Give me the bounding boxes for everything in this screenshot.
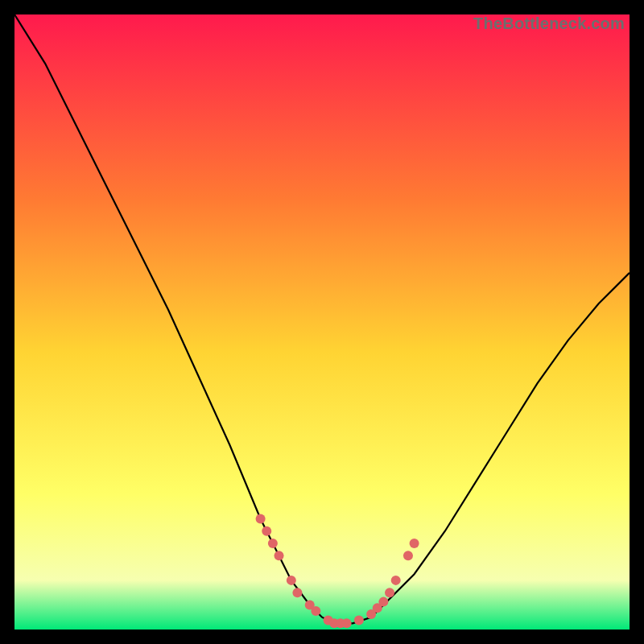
- watermark-text: TheBottleneck.com: [473, 14, 625, 33]
- highlight-dot: [342, 618, 352, 628]
- highlight-dot: [403, 551, 413, 560]
- highlight-dot: [354, 616, 364, 625]
- highlight-dot: [378, 597, 388, 607]
- highlight-dot: [292, 588, 302, 597]
- highlight-dot: [287, 576, 296, 585]
- optimal-range-dots: [256, 514, 419, 628]
- highlight-dot: [391, 576, 401, 585]
- highlight-dot: [268, 539, 278, 548]
- highlight-dot: [410, 539, 419, 548]
- plot-area: TheBottleneck.com: [14, 14, 630, 630]
- highlight-dot: [262, 526, 271, 536]
- curve-layer: [14, 14, 630, 630]
- chart-frame: TheBottleneck.com: [0, 0, 644, 644]
- highlight-dot: [385, 588, 394, 597]
- highlight-dot: [275, 551, 284, 560]
- highlight-dot: [311, 606, 320, 616]
- highlight-dot: [256, 514, 266, 523]
- bottleneck-curve: [14, 14, 630, 623]
